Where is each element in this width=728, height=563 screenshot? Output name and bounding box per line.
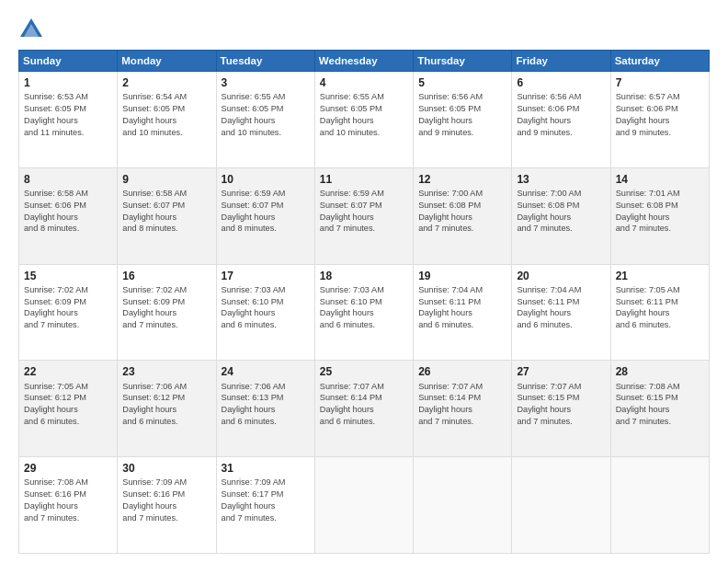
day-number: 30: [122, 461, 210, 476]
calendar-header-saturday: Saturday: [610, 51, 709, 72]
day-info: Sunrise: 6:57 AMSunset: 6:06 PMDaylight …: [616, 92, 680, 136]
day-number: 20: [517, 269, 605, 283]
calendar-cell: 20Sunrise: 7:04 AMSunset: 6:11 PMDayligh…: [512, 264, 610, 361]
day-number: 26: [418, 364, 506, 379]
calendar-cell: 9Sunrise: 6:58 AMSunset: 6:07 PMDaylight…: [118, 167, 216, 264]
day-info: Sunrise: 7:02 AMSunset: 6:09 PMDaylight …: [122, 285, 187, 329]
calendar-week-row: 15Sunrise: 7:02 AMSunset: 6:09 PMDayligh…: [19, 264, 710, 361]
calendar-table: SundayMondayTuesdayWednesdayThursdayFrid…: [18, 50, 710, 554]
day-number: 25: [320, 364, 408, 379]
calendar-cell: 7Sunrise: 6:57 AMSunset: 6:06 PMDaylight…: [610, 72, 709, 168]
day-number: 9: [122, 172, 210, 187]
calendar-header-wednesday: Wednesday: [314, 51, 413, 72]
day-number: 28: [616, 364, 704, 379]
calendar-cell: 21Sunrise: 7:05 AMSunset: 6:11 PMDayligh…: [610, 264, 709, 361]
calendar-cell: 3Sunrise: 6:55 AMSunset: 6:05 PMDaylight…: [216, 72, 314, 168]
day-number: 31: [222, 461, 310, 476]
calendar-cell: 31Sunrise: 7:09 AMSunset: 6:17 PMDayligh…: [216, 457, 314, 554]
calendar-header-row: SundayMondayTuesdayWednesdayThursdayFrid…: [19, 51, 710, 72]
day-info: Sunrise: 6:58 AMSunset: 6:07 PMDaylight …: [122, 189, 187, 233]
day-number: 4: [320, 75, 408, 90]
day-number: 5: [418, 75, 506, 90]
logo: [18, 17, 48, 42]
day-info: Sunrise: 7:04 AMSunset: 6:11 PMDaylight …: [517, 285, 581, 329]
day-info: Sunrise: 7:00 AMSunset: 6:08 PMDaylight …: [418, 189, 483, 233]
calendar-cell: 12Sunrise: 7:00 AMSunset: 6:08 PMDayligh…: [414, 167, 512, 264]
day-number: 1: [24, 75, 112, 90]
day-info: Sunrise: 7:08 AMSunset: 6:16 PMDaylight …: [24, 477, 88, 522]
day-info: Sunrise: 7:08 AMSunset: 6:15 PMDaylight …: [616, 382, 680, 426]
day-info: Sunrise: 6:59 AMSunset: 6:07 PMDaylight …: [320, 189, 384, 233]
calendar-cell: 1Sunrise: 6:53 AMSunset: 6:05 PMDaylight…: [19, 72, 118, 168]
calendar-cell: 11Sunrise: 6:59 AMSunset: 6:07 PMDayligh…: [314, 167, 413, 264]
day-info: Sunrise: 6:53 AMSunset: 6:05 PMDaylight …: [24, 92, 88, 136]
calendar-header-thursday: Thursday: [414, 51, 512, 72]
day-number: 12: [418, 172, 506, 187]
day-info: Sunrise: 7:03 AMSunset: 6:10 PMDaylight …: [320, 285, 384, 329]
day-number: 19: [418, 269, 506, 283]
calendar-cell: 14Sunrise: 7:01 AMSunset: 6:08 PMDayligh…: [610, 167, 709, 264]
day-number: 18: [320, 269, 408, 283]
day-number: 24: [222, 364, 310, 379]
calendar-cell: 19Sunrise: 7:04 AMSunset: 6:11 PMDayligh…: [414, 264, 512, 361]
day-info: Sunrise: 7:06 AMSunset: 6:12 PMDaylight …: [122, 382, 187, 426]
day-number: 21: [616, 269, 704, 283]
calendar-week-row: 22Sunrise: 7:05 AMSunset: 6:12 PMDayligh…: [19, 361, 710, 457]
day-info: Sunrise: 7:09 AMSunset: 6:16 PMDaylight …: [122, 477, 187, 522]
calendar-cell: 17Sunrise: 7:03 AMSunset: 6:10 PMDayligh…: [216, 264, 314, 361]
day-info: Sunrise: 7:05 AMSunset: 6:11 PMDaylight …: [616, 285, 680, 329]
day-info: Sunrise: 7:00 AMSunset: 6:08 PMDaylight …: [517, 189, 581, 233]
day-info: Sunrise: 6:56 AMSunset: 6:06 PMDaylight …: [517, 92, 581, 136]
calendar-header-monday: Monday: [118, 51, 216, 72]
day-number: 22: [24, 364, 112, 379]
day-info: Sunrise: 6:58 AMSunset: 6:06 PMDaylight …: [24, 189, 88, 233]
day-info: Sunrise: 7:07 AMSunset: 6:14 PMDaylight …: [320, 382, 384, 426]
day-number: 7: [616, 75, 704, 90]
day-number: 2: [122, 75, 210, 90]
day-info: Sunrise: 7:09 AMSunset: 6:17 PMDaylight …: [222, 477, 286, 522]
calendar-cell: 22Sunrise: 7:05 AMSunset: 6:12 PMDayligh…: [19, 361, 118, 457]
calendar-cell: [414, 457, 512, 554]
day-info: Sunrise: 7:05 AMSunset: 6:12 PMDaylight …: [24, 382, 88, 426]
day-info: Sunrise: 6:55 AMSunset: 6:05 PMDaylight …: [222, 92, 286, 136]
header: [18, 17, 710, 42]
calendar-cell: 25Sunrise: 7:07 AMSunset: 6:14 PMDayligh…: [314, 361, 413, 457]
calendar-cell: 13Sunrise: 7:00 AMSunset: 6:08 PMDayligh…: [512, 167, 610, 264]
day-number: 3: [222, 75, 310, 90]
calendar-cell: 26Sunrise: 7:07 AMSunset: 6:14 PMDayligh…: [414, 361, 512, 457]
day-info: Sunrise: 6:54 AMSunset: 6:05 PMDaylight …: [122, 92, 187, 136]
day-info: Sunrise: 7:06 AMSunset: 6:13 PMDaylight …: [222, 382, 286, 426]
calendar-cell: [512, 457, 610, 554]
day-number: 8: [24, 172, 112, 187]
calendar-cell: [610, 457, 709, 554]
calendar-cell: 6Sunrise: 6:56 AMSunset: 6:06 PMDaylight…: [512, 72, 610, 168]
calendar-cell: 4Sunrise: 6:55 AMSunset: 6:05 PMDaylight…: [314, 72, 413, 168]
day-number: 23: [122, 364, 210, 379]
calendar-cell: 29Sunrise: 7:08 AMSunset: 6:16 PMDayligh…: [19, 457, 118, 554]
calendar-cell: 30Sunrise: 7:09 AMSunset: 6:16 PMDayligh…: [118, 457, 216, 554]
day-info: Sunrise: 6:59 AMSunset: 6:07 PMDaylight …: [222, 189, 286, 233]
calendar-cell: 28Sunrise: 7:08 AMSunset: 6:15 PMDayligh…: [610, 361, 709, 457]
day-number: 6: [517, 75, 605, 90]
day-number: 27: [517, 364, 605, 379]
day-info: Sunrise: 6:55 AMSunset: 6:05 PMDaylight …: [320, 92, 384, 136]
calendar-cell: 23Sunrise: 7:06 AMSunset: 6:12 PMDayligh…: [118, 361, 216, 457]
calendar-week-row: 1Sunrise: 6:53 AMSunset: 6:05 PMDaylight…: [19, 72, 710, 168]
calendar-cell: 5Sunrise: 6:56 AMSunset: 6:05 PMDaylight…: [414, 72, 512, 168]
day-number: 13: [517, 172, 605, 187]
day-info: Sunrise: 7:07 AMSunset: 6:15 PMDaylight …: [517, 382, 581, 426]
calendar-header-tuesday: Tuesday: [216, 51, 314, 72]
day-info: Sunrise: 7:07 AMSunset: 6:14 PMDaylight …: [418, 382, 483, 426]
calendar-cell: 10Sunrise: 6:59 AMSunset: 6:07 PMDayligh…: [216, 167, 314, 264]
day-number: 14: [616, 172, 704, 187]
calendar-header-friday: Friday: [512, 51, 610, 72]
day-info: Sunrise: 7:01 AMSunset: 6:08 PMDaylight …: [616, 189, 680, 233]
calendar-cell: 8Sunrise: 6:58 AMSunset: 6:06 PMDaylight…: [19, 167, 118, 264]
day-number: 10: [222, 172, 310, 187]
calendar-week-row: 29Sunrise: 7:08 AMSunset: 6:16 PMDayligh…: [19, 457, 710, 554]
day-number: 29: [24, 461, 112, 476]
day-number: 11: [320, 172, 408, 187]
calendar-cell: 24Sunrise: 7:06 AMSunset: 6:13 PMDayligh…: [216, 361, 314, 457]
calendar-cell: 16Sunrise: 7:02 AMSunset: 6:09 PMDayligh…: [118, 264, 216, 361]
calendar-cell: 18Sunrise: 7:03 AMSunset: 6:10 PMDayligh…: [314, 264, 413, 361]
